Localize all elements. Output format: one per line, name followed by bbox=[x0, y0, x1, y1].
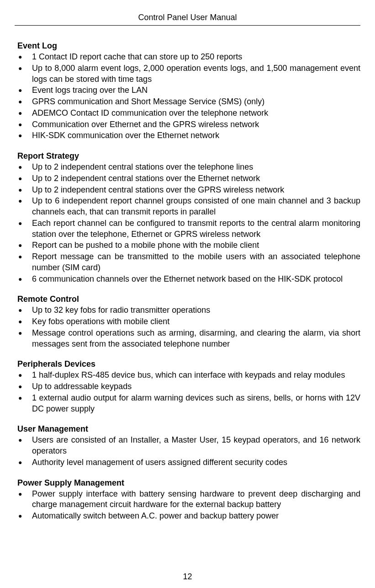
list-item: Up to 8,000 alarm event logs, 2,000 oper… bbox=[17, 63, 360, 85]
list-item: HIK-SDK communication over the Ethernet … bbox=[17, 130, 360, 141]
section-heading-event-log: Event Log bbox=[15, 41, 360, 51]
section-heading-report-strategy: Report Strategy bbox=[15, 151, 360, 161]
peripherals-devices-list: 1 half-duplex RS-485 device bus, which c… bbox=[15, 370, 360, 414]
page-header: Control Panel User Manual bbox=[15, 13, 360, 26]
list-item: GPRS communication and Short Message Ser… bbox=[17, 96, 360, 107]
page-number: 12 bbox=[0, 572, 375, 582]
list-item: ADEMCO Contact ID communication over the… bbox=[17, 108, 360, 119]
list-item: Communication over Ethernet and the GPRS… bbox=[17, 119, 360, 130]
list-item: Up to 2 independent central stations ove… bbox=[17, 173, 360, 184]
list-item: Up to 2 independent central stations ove… bbox=[17, 185, 360, 196]
list-item: Report can be pushed to a mobile phone w… bbox=[17, 240, 360, 251]
list-item: 1 Contact ID report cache that can store… bbox=[17, 52, 360, 63]
list-item: Message control operations such as armin… bbox=[17, 328, 360, 350]
section-heading-user-management: User Management bbox=[15, 424, 360, 434]
list-item: Up to addressable keypads bbox=[17, 381, 360, 392]
list-item: 1 external audio output for alarm warnin… bbox=[17, 393, 360, 415]
list-item: Users are consisted of an Installer, a M… bbox=[17, 435, 360, 457]
report-strategy-list: Up to 2 independent central stations ove… bbox=[15, 162, 360, 284]
list-item: Report message can be transmitted to the… bbox=[17, 251, 360, 273]
event-log-list: 1 Contact ID report cache that can store… bbox=[15, 52, 360, 141]
list-item: Key fobs operations with mobile client bbox=[17, 316, 360, 327]
list-item: Up to 32 key fobs for radio transmitter … bbox=[17, 305, 360, 316]
list-item: 6 communication channels over the Ethern… bbox=[17, 274, 360, 285]
user-management-list: Users are consisted of an Installer, a M… bbox=[15, 435, 360, 468]
section-heading-peripherals-devices: Peripherals Devices bbox=[15, 359, 360, 369]
list-item: Authority level management of users assi… bbox=[17, 457, 360, 468]
header-title: Control Panel User Manual bbox=[138, 13, 237, 22]
list-item: Automatically switch between A.C. power … bbox=[17, 511, 360, 522]
power-supply-management-list: Power supply interface with battery sens… bbox=[15, 489, 360, 522]
list-item: Event logs tracing over the LAN bbox=[17, 85, 360, 96]
list-item: Power supply interface with battery sens… bbox=[17, 489, 360, 511]
section-heading-remote-control: Remote Control bbox=[15, 294, 360, 304]
document-page: Control Panel User Manual Event Log 1 Co… bbox=[0, 0, 375, 588]
section-heading-power-supply-management: Power Supply Management bbox=[15, 478, 360, 488]
list-item: Up to 6 independent report channel group… bbox=[17, 196, 360, 218]
list-item: Each report channel can be configured to… bbox=[17, 218, 360, 240]
list-item: Up to 2 independent central stations ove… bbox=[17, 162, 360, 173]
remote-control-list: Up to 32 key fobs for radio transmitter … bbox=[15, 305, 360, 349]
list-item: 1 half-duplex RS-485 device bus, which c… bbox=[17, 370, 360, 381]
